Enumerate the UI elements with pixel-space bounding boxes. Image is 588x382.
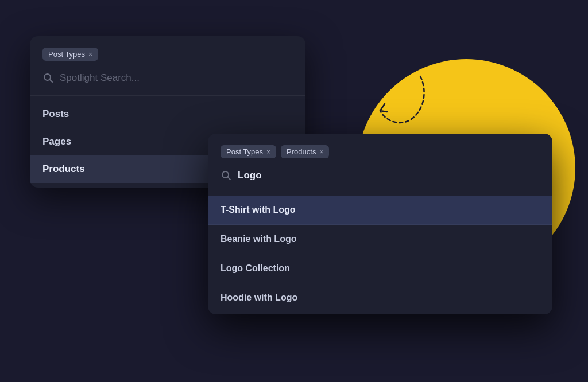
front-modal-header: Post Types × Products × Logo [208,134,552,193]
back-modal-search-row: Spotlight Search... [42,69,293,87]
result-item-logo-collection[interactable]: Logo Collection [208,254,552,283]
back-modal-header: Post Types × Spotlight Search... [30,36,305,96]
front-modal-tags: Post Types × Products × [220,145,540,158]
list-item-posts[interactable]: Posts [30,100,305,128]
svg-line-1 [50,80,53,83]
products-label-front: Products [287,147,316,156]
search-placeholder-back[interactable]: Spotlight Search... [60,72,140,84]
svg-line-3 [228,177,231,180]
result-item-beanie[interactable]: Beanie with Logo [208,225,552,254]
search-icon [42,72,54,84]
result-item-tshirt[interactable]: T-Shirt with Logo [208,196,552,225]
search-value-front[interactable]: Logo [238,170,262,181]
dashed-arrow-decoration [374,65,443,134]
post-types-label-front: Post Types [226,147,263,156]
post-types-tag-label: Post Types [48,50,85,59]
post-types-tag-back[interactable]: Post Types × [42,48,98,61]
front-modal: Post Types × Products × Logo T-Shirt wit… [208,134,552,314]
front-modal-search-row: Logo [220,166,540,185]
back-modal-tags: Post Types × [42,48,293,61]
post-types-tag-close[interactable]: × [88,50,92,59]
post-types-close-front[interactable]: × [266,148,270,156]
search-icon-front [220,170,232,181]
products-close-front[interactable]: × [319,148,323,156]
result-item-hoodie[interactable]: Hoodie with Logo [208,283,552,312]
products-tag-front[interactable]: Products × [281,145,329,158]
post-types-tag-front[interactable]: Post Types × [220,145,276,158]
scene: Post Types × Spotlight Search... Posts P… [30,25,558,357]
front-modal-results: T-Shirt with Logo Beanie with Logo Logo … [208,193,552,314]
